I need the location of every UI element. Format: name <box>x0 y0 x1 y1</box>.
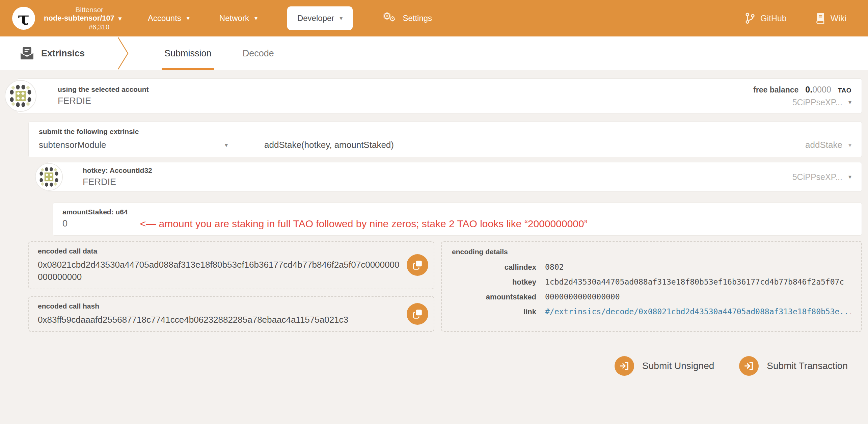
call-data-value: 0x08021cbd2d43530a44705ad088af313e18f80b… <box>38 259 425 283</box>
extrinsics-mail-icon <box>20 47 34 60</box>
submit-unsigned-button[interactable]: Submit Unsigned <box>615 356 714 376</box>
account-meta: free balance 0.0000 TAO 5CiPPseXP... ▾ <box>753 85 851 107</box>
tabs: Submission Decode <box>162 36 277 70</box>
section-title: Extrinsics <box>41 48 85 59</box>
submit-actions: Submit Unsigned Submit Transaction <box>17 356 862 376</box>
extrinsics-page: using the selected account FERDIE free b… <box>0 70 868 376</box>
sign-in-icon <box>615 356 634 376</box>
sign-in-icon <box>739 356 759 376</box>
call-select[interactable]: addStake ▾ <box>805 140 851 150</box>
book-icon <box>815 13 825 24</box>
call-hash-value: 0x83ff59cdaaafd255687718c7741cce4b062328… <box>38 314 425 326</box>
balance-value: 0.0000 <box>805 85 831 95</box>
detail-label-callindex: callindex <box>452 263 536 272</box>
breadcrumb-extrinsics[interactable]: Extrinsics <box>0 36 85 70</box>
copy-call-data-button[interactable] <box>407 254 428 276</box>
amount-label: amountStaked: u64 <box>62 208 128 216</box>
detail-label-amountstaked: amountstaked <box>452 293 536 301</box>
submit-transaction-button[interactable]: Submit Transaction <box>739 356 848 376</box>
amount-info: amountStaked: u64 <box>62 208 128 229</box>
wiki-link[interactable]: Wiki <box>815 13 846 24</box>
external-links: GitHub Wiki <box>745 12 846 24</box>
hotkey-info: hotkey: AccountId32 FERDIE <box>83 166 152 187</box>
call-signature: addStake(hotkey, amountStaked) <box>264 140 394 150</box>
main-menu: Accounts ▾ Network ▾ Developer ▾ ⚙ ⚙ Set… <box>148 6 432 30</box>
caret-down-icon: ▾ <box>118 16 121 22</box>
tab-decode[interactable]: Decode <box>240 36 277 70</box>
amount-input[interactable] <box>62 218 116 229</box>
caret-down-icon: ▾ <box>848 142 851 148</box>
call-data-label: encoded call data <box>38 247 425 255</box>
extrinsic-select-card: submit the following extrinsic subtensor… <box>28 122 862 157</box>
chain-name: Bittensor <box>75 5 103 14</box>
tab-submission[interactable]: Submission <box>162 36 214 70</box>
decode-link[interactable]: #/extrinsics/decode/0x08021cbd2d43530a44… <box>545 307 851 316</box>
tau-logo-icon: τ <box>18 8 30 29</box>
call-hash-label: encoded call hash <box>38 302 425 310</box>
account-identicon <box>4 80 37 112</box>
menu-settings[interactable]: ⚙ ⚙ Settings <box>382 11 432 25</box>
encoding-details-box: encoding details callindex 0802 hotkey 1… <box>441 241 862 332</box>
encoded-call-hash-box: encoded call hash 0x83ff59cdaaafd2556877… <box>28 296 434 332</box>
breadcrumb-chevron-icon <box>117 36 129 70</box>
menu-developer[interactable]: Developer ▾ <box>287 6 353 30</box>
menu-accounts[interactable]: Accounts ▾ <box>148 14 190 23</box>
bittensor-logo[interactable]: τ <box>12 7 35 30</box>
stake-annotation: <— amount you are staking in full TAO fo… <box>140 218 588 230</box>
detail-value-hotkey: 1cbd2d43530a44705ad088af313e18f80b53ef16… <box>545 277 851 286</box>
account-name: FERDIE <box>58 96 149 106</box>
balance-unit: TAO <box>838 87 851 94</box>
tab-bar: Extrinsics Submission Decode <box>0 36 868 70</box>
module-select[interactable]: subtensorModule ▾ <box>39 140 228 150</box>
hotkey-label: hotkey: AccountId32 <box>83 166 152 175</box>
account-info: using the selected account FERDIE <box>58 85 149 106</box>
detail-value-amountstaked: 0000000000000000 <box>545 292 851 301</box>
account-selector-card: using the selected account FERDIE free b… <box>17 78 862 113</box>
hotkey-param-card: hotkey: AccountId32 FERDIE 5CiPPseXP... … <box>47 162 862 192</box>
detail-label-hotkey: hotkey <box>452 278 536 287</box>
encoded-outputs: encoded call data 0x08021cbd2d43530a4470… <box>28 241 862 332</box>
caret-down-icon: ▾ <box>848 99 851 105</box>
encoding-details-grid: callindex 0802 hotkey 1cbd2d43530a44705a… <box>452 263 851 316</box>
detail-value-callindex: 0802 <box>545 263 851 271</box>
copy-call-hash-button[interactable] <box>407 303 428 325</box>
copy-icon <box>412 260 423 270</box>
copy-icon <box>412 309 423 319</box>
hotkey-address-dropdown[interactable]: 5CiPPseXP... ▾ <box>792 172 851 182</box>
gears-icon: ⚙ ⚙ <box>382 11 397 25</box>
detail-label-link: link <box>452 308 536 316</box>
caret-down-icon: ▾ <box>848 174 851 180</box>
github-link[interactable]: GitHub <box>745 12 787 24</box>
free-balance: free balance 0.0000 TAO <box>753 85 851 95</box>
node-version: node-subtensor/107 ▾ <box>44 14 121 23</box>
account-address-dropdown[interactable]: 5CiPPseXP... ▾ <box>792 98 851 107</box>
account-label: using the selected account <box>58 85 149 94</box>
caret-down-icon: ▾ <box>340 15 343 21</box>
block-number: #6,310 <box>89 23 109 31</box>
encoded-call-data-box: encoded call data 0x08021cbd2d43530a4470… <box>28 241 434 289</box>
hotkey-name: FERDIE <box>83 177 152 187</box>
amount-param-card: amountStaked: u64 <— amount you are stak… <box>53 203 862 236</box>
extrinsic-selects: subtensorModule ▾ addStake(hotkey, amoun… <box>39 140 851 150</box>
caret-down-icon: ▾ <box>225 142 228 148</box>
caret-down-icon: ▾ <box>187 15 190 21</box>
extrinsic-label: submit the following extrinsic <box>39 128 851 136</box>
encoded-outputs-left: encoded call data 0x08021cbd2d43530a4470… <box>28 241 434 332</box>
hotkey-identicon <box>35 163 63 191</box>
caret-down-icon: ▾ <box>254 15 257 21</box>
encoding-details-title: encoding details <box>452 248 851 256</box>
top-navbar: τ Bittensor node-subtensor/107 ▾ #6,310 … <box>0 0 868 36</box>
git-branch-icon <box>745 12 755 24</box>
menu-network[interactable]: Network ▾ <box>219 14 257 23</box>
chain-selector[interactable]: Bittensor node-subtensor/107 ▾ #6,310 <box>44 5 121 31</box>
